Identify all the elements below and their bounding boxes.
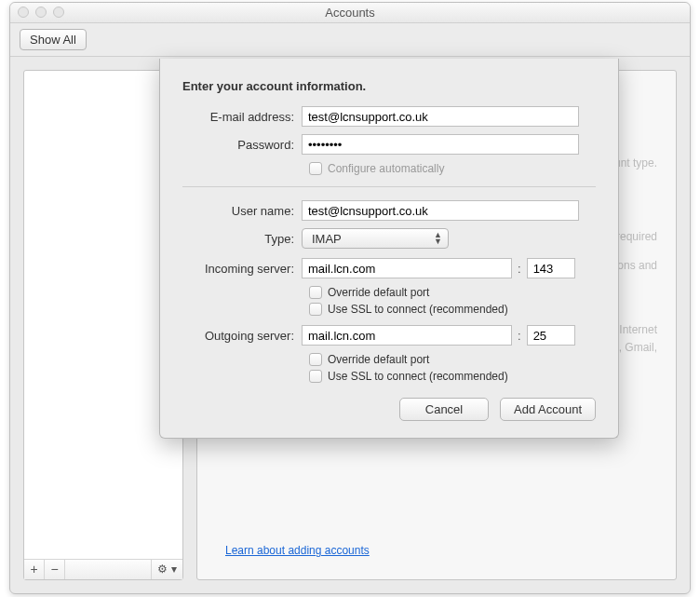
password-label: Password: [182, 138, 302, 152]
account-actions-menu[interactable]: ⚙ ▾ [151, 560, 182, 579]
type-select[interactable]: IMAP ▲▼ [302, 228, 449, 249]
sidebar-footer: + − ⚙ ▾ [24, 559, 182, 579]
divider [182, 186, 596, 187]
sheet-buttons: Cancel Add Account [182, 398, 596, 421]
email-label: E-mail address: [182, 110, 302, 124]
account-info-sheet: Enter your account information. E-mail a… [159, 59, 619, 439]
window-title: Accounts [325, 6, 374, 20]
outgoing-label: Outgoing server: [182, 329, 302, 343]
type-label: Type: [182, 232, 302, 246]
incoming-ssl-checkbox[interactable] [309, 303, 322, 316]
outgoing-ssl-row[interactable]: Use SSL to connect (recommended) [309, 370, 596, 383]
add-account-confirm-button[interactable]: Add Account [500, 398, 596, 421]
email-field[interactable] [302, 106, 579, 127]
outgoing-port-field[interactable] [527, 325, 575, 346]
select-arrows-icon: ▲▼ [434, 232, 442, 245]
add-account-button[interactable]: + [24, 560, 45, 579]
incoming-override-port-checkbox[interactable] [309, 286, 322, 299]
incoming-override-port-row[interactable]: Override default port [309, 286, 596, 299]
username-field[interactable] [302, 200, 579, 221]
toolbar: Show All [10, 23, 690, 57]
cancel-button[interactable]: Cancel [399, 398, 489, 421]
incoming-label: Incoming server: [182, 262, 302, 276]
outgoing-server-field[interactable] [302, 325, 512, 346]
configure-auto-label: Configure automatically [328, 162, 444, 175]
sheet-heading: Enter your account information. [182, 79, 596, 93]
window-controls [18, 7, 64, 18]
configure-auto-checkbox[interactable] [309, 162, 322, 175]
minimize-window-button[interactable] [35, 7, 47, 18]
configure-auto-row[interactable]: Configure automatically [309, 162, 596, 175]
close-window-button[interactable] [18, 7, 29, 18]
remove-account-button[interactable]: − [45, 560, 65, 579]
outgoing-override-port-row[interactable]: Override default port [309, 353, 596, 366]
zoom-window-button[interactable] [53, 7, 64, 18]
incoming-ssl-row[interactable]: Use SSL to connect (recommended) [309, 303, 596, 316]
outgoing-ssl-checkbox[interactable] [309, 370, 322, 383]
outgoing-override-port-checkbox[interactable] [309, 353, 322, 366]
show-all-button[interactable]: Show All [20, 29, 87, 50]
titlebar: Accounts [10, 3, 690, 23]
type-value: IMAP [312, 232, 342, 246]
username-label: User name: [182, 204, 302, 218]
incoming-server-field[interactable] [302, 258, 512, 278]
preferences-window: Accounts Show All + − ⚙ ▾ get started, s… [9, 2, 691, 594]
incoming-port-field[interactable] [527, 258, 575, 278]
learn-more-link[interactable]: Learn about adding accounts [225, 544, 370, 557]
password-field[interactable] [302, 134, 579, 155]
